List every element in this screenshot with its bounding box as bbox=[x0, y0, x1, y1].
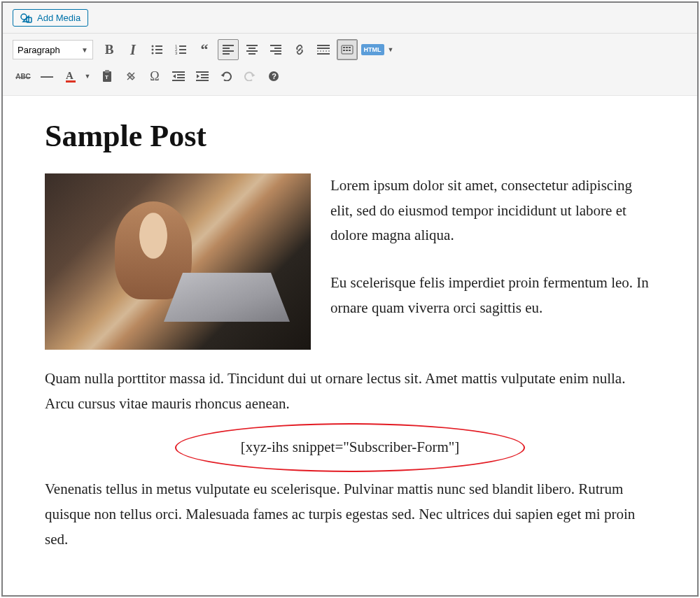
undo-button[interactable] bbox=[216, 66, 237, 87]
editor-window: Add Media Paragraph ▼ B I 123 “ bbox=[1, 1, 699, 597]
dropdown-arrow-icon: ▼ bbox=[81, 46, 88, 54]
html-dropdown-arrow[interactable]: ▼ bbox=[387, 39, 397, 60]
svg-rect-36 bbox=[349, 50, 351, 51]
svg-rect-20 bbox=[246, 50, 258, 52]
svg-rect-42 bbox=[177, 77, 185, 78]
side-text[interactable]: Lorem ipsum dolor sit amet, consectetur … bbox=[330, 173, 655, 350]
svg-rect-13 bbox=[179, 52, 186, 54]
svg-point-2 bbox=[152, 45, 154, 48]
svg-rect-41 bbox=[177, 74, 185, 76]
toolbar-row-2: ABC ― A ▼ T Ω bbox=[13, 63, 687, 90]
svg-rect-32 bbox=[346, 47, 348, 48]
svg-text:T: T bbox=[105, 74, 108, 80]
blockquote-button[interactable]: “ bbox=[194, 39, 215, 60]
svg-text:3: 3 bbox=[175, 51, 178, 55]
text-color-button[interactable]: A bbox=[60, 66, 81, 87]
svg-rect-46 bbox=[201, 77, 209, 78]
read-more-button[interactable] bbox=[313, 39, 334, 60]
paragraph-3[interactable]: Quam nulla porttitor massa id. Tincidunt… bbox=[45, 366, 655, 416]
editor-content[interactable]: Sample Post Lorem ipsum dolor sit amet, … bbox=[3, 96, 697, 552]
svg-rect-23 bbox=[274, 48, 281, 49]
svg-rect-19 bbox=[248, 48, 255, 49]
format-dropdown[interactable]: Paragraph ▼ bbox=[13, 40, 93, 59]
text-color-dropdown[interactable]: ▼ bbox=[84, 66, 94, 87]
toolbar-toggle-button[interactable] bbox=[337, 39, 358, 60]
format-toolbar: Paragraph ▼ B I 123 “ bbox=[3, 34, 697, 96]
svg-rect-34 bbox=[343, 50, 345, 51]
numbered-list-button[interactable]: 123 bbox=[170, 39, 191, 60]
media-toolbar: Add Media bbox=[3, 3, 697, 34]
html-button[interactable]: HTML bbox=[360, 39, 384, 60]
outdent-button[interactable] bbox=[168, 66, 189, 87]
svg-rect-40 bbox=[172, 71, 185, 73]
paste-text-button[interactable]: T bbox=[97, 66, 118, 87]
svg-rect-17 bbox=[223, 53, 230, 55]
svg-rect-21 bbox=[248, 53, 255, 55]
post-title[interactable]: Sample Post bbox=[45, 118, 655, 154]
format-selected-label: Paragraph bbox=[18, 45, 60, 55]
svg-rect-9 bbox=[179, 45, 186, 47]
special-character-button[interactable]: Ω bbox=[144, 66, 165, 87]
redo-button[interactable] bbox=[239, 66, 260, 87]
svg-rect-24 bbox=[270, 50, 281, 52]
add-media-button[interactable]: Add Media bbox=[13, 9, 88, 27]
media-icon bbox=[20, 13, 33, 23]
horizontal-rule-button[interactable]: ― bbox=[36, 66, 57, 87]
svg-rect-22 bbox=[270, 45, 281, 46]
svg-rect-45 bbox=[201, 74, 209, 76]
svg-rect-11 bbox=[179, 49, 186, 50]
paragraph-2[interactable]: Eu scelerisque felis imperdiet proin fer… bbox=[330, 271, 655, 320]
svg-rect-18 bbox=[246, 45, 258, 46]
svg-rect-14 bbox=[223, 45, 234, 46]
top-section: Lorem ipsum dolor sit amet, consectetur … bbox=[45, 173, 655, 350]
align-center-button[interactable] bbox=[241, 39, 262, 60]
svg-point-6 bbox=[152, 52, 154, 55]
post-image[interactable] bbox=[45, 173, 311, 350]
align-right-button[interactable] bbox=[265, 39, 286, 60]
svg-rect-5 bbox=[155, 49, 162, 50]
paragraph-4[interactable]: Venenatis tellus in metus vulputate eu s… bbox=[45, 477, 655, 552]
indent-button[interactable] bbox=[192, 66, 213, 87]
svg-rect-47 bbox=[196, 80, 209, 81]
toolbar-row-1: Paragraph ▼ B I 123 “ bbox=[13, 36, 687, 63]
svg-rect-7 bbox=[155, 52, 162, 54]
svg-rect-16 bbox=[223, 50, 234, 52]
svg-rect-43 bbox=[172, 80, 185, 81]
svg-rect-38 bbox=[105, 70, 109, 73]
svg-rect-26 bbox=[317, 45, 330, 46]
italic-button[interactable]: I bbox=[122, 39, 144, 60]
svg-text:?: ? bbox=[272, 72, 276, 80]
clear-formatting-button[interactable] bbox=[120, 66, 141, 87]
svg-rect-15 bbox=[223, 48, 230, 49]
help-button[interactable]: ? bbox=[263, 66, 284, 87]
svg-point-4 bbox=[152, 49, 154, 51]
shortcode-text[interactable]: [xyz-ihs snippet="Subscriber-Form"] bbox=[241, 439, 460, 456]
svg-rect-25 bbox=[274, 53, 281, 55]
svg-rect-35 bbox=[346, 50, 348, 51]
svg-rect-29 bbox=[317, 53, 330, 55]
align-left-button[interactable] bbox=[218, 39, 239, 60]
svg-rect-3 bbox=[155, 45, 162, 47]
link-button[interactable] bbox=[289, 39, 310, 60]
svg-rect-33 bbox=[349, 47, 351, 48]
strikethrough-button[interactable]: ABC bbox=[13, 66, 34, 87]
svg-rect-31 bbox=[343, 47, 345, 48]
svg-rect-44 bbox=[196, 71, 209, 73]
bold-button[interactable]: B bbox=[99, 39, 120, 60]
shortcode-block[interactable]: [xyz-ihs snippet="Subscriber-Form"] bbox=[45, 433, 655, 462]
paragraph-1[interactable]: Lorem ipsum dolor sit amet, consectetur … bbox=[330, 173, 655, 248]
svg-rect-27 bbox=[317, 48, 330, 49]
add-media-label: Add Media bbox=[37, 13, 80, 23]
bulleted-list-button[interactable] bbox=[146, 39, 167, 60]
